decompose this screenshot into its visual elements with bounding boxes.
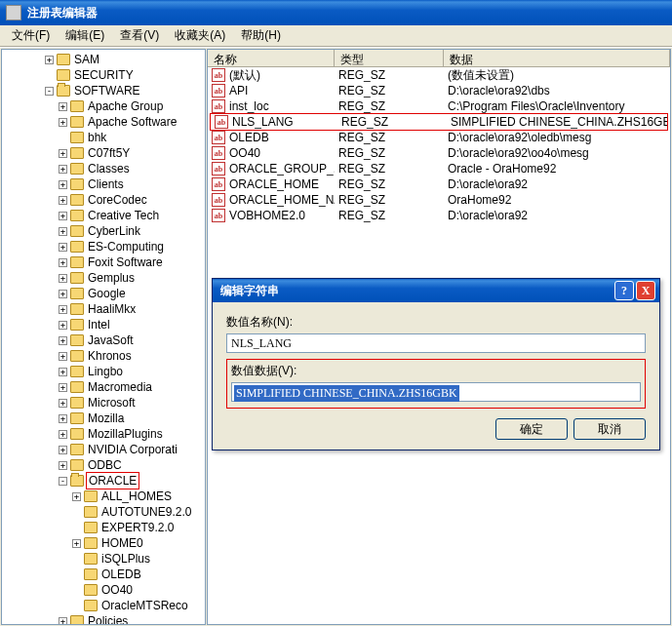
dialog-titlebar[interactable]: 编辑字符串 ? X: [213, 279, 659, 302]
folder-icon: [57, 54, 70, 65]
tree-item[interactable]: +Microsoft: [4, 395, 205, 411]
list-row[interactable]: ab(默认)REG_SZ(数值未设置): [208, 67, 670, 83]
list-pane[interactable]: 名称 类型 数据 ab(默认)REG_SZ(数值未设置)abAPIREG_SZD…: [207, 49, 671, 625]
expand-icon[interactable]: +: [59, 399, 67, 408]
tree-item[interactable]: +ALL_HOMES: [4, 489, 205, 504]
tree-item[interactable]: +Apache Software: [4, 114, 205, 130]
collapse-icon[interactable]: -: [45, 87, 54, 96]
list-row[interactable]: abVOBHOME2.0REG_SZD:\oracle\ora92: [208, 208, 670, 223]
tree-item[interactable]: +Classes: [4, 161, 205, 176]
tree-item[interactable]: +Apache Group: [4, 98, 205, 114]
expand-icon[interactable]: +: [59, 461, 67, 470]
tree-item[interactable]: +Mozilla: [4, 411, 205, 426]
tree-label: ALL_HOMES: [101, 489, 172, 504]
expand-icon[interactable]: +: [59, 102, 67, 111]
expand-icon[interactable]: +: [59, 368, 67, 376]
tree-item[interactable]: +Lingbo: [4, 364, 205, 379]
tree-pane[interactable]: +SAMSECURITY-SOFTWARE+Apache Group+Apach…: [1, 49, 206, 625]
tree-item[interactable]: SECURITY: [4, 67, 205, 83]
tree-item[interactable]: +Khronos: [4, 348, 205, 364]
tree-item[interactable]: +Google: [4, 286, 205, 301]
expand-icon[interactable]: +: [59, 165, 67, 174]
value-name-input[interactable]: [226, 333, 646, 353]
expand-icon[interactable]: +: [59, 227, 67, 236]
expand-icon[interactable]: +: [59, 321, 67, 330]
tree-item[interactable]: +ES-Computing: [4, 239, 205, 254]
tree-item[interactable]: OLEDB: [4, 567, 205, 582]
list-row[interactable]: abORACLE_HOMEREG_SZD:\oracle\ora92: [208, 176, 670, 192]
tree-item[interactable]: +HOME0: [4, 535, 205, 551]
col-data[interactable]: 数据: [444, 50, 670, 66]
expand-icon[interactable]: +: [59, 290, 67, 298]
tree-item[interactable]: +Foxit Software: [4, 254, 205, 270]
expand-icon[interactable]: +: [59, 430, 67, 439]
tree-item[interactable]: +HaaliMkx: [4, 301, 205, 317]
tree-item[interactable]: +MozillaPlugins: [4, 426, 205, 442]
tree-item[interactable]: +SAM: [4, 52, 205, 67]
expand-icon[interactable]: +: [72, 492, 81, 501]
expand-icon[interactable]: +: [59, 118, 67, 127]
menu-view[interactable]: 查看(V): [112, 25, 167, 46]
help-button[interactable]: ?: [614, 281, 634, 300]
tree-item[interactable]: AUTOTUNE9.2.0: [4, 504, 205, 520]
tree-item[interactable]: +Gemplus: [4, 270, 205, 286]
list-row[interactable]: abORACLE_GROUP_...REG_SZOracle - OraHome…: [208, 161, 670, 176]
menu-help[interactable]: 帮助(H): [233, 25, 289, 46]
string-value-icon: ab: [212, 162, 225, 176]
tree-item[interactable]: +Policies: [4, 613, 205, 625]
expand-icon[interactable]: +: [59, 336, 67, 345]
expand-icon[interactable]: +: [59, 446, 67, 454]
tree-item[interactable]: +NVIDIA Corporati: [4, 442, 205, 457]
ok-button[interactable]: 确定: [495, 418, 568, 440]
tree-item[interactable]: OO40: [4, 582, 205, 598]
list-row[interactable]: abinst_locREG_SZC:\Program Files\Oracle\…: [208, 98, 670, 114]
expand-icon[interactable]: +: [59, 274, 67, 283]
expand-icon[interactable]: +: [59, 383, 67, 392]
tree-item[interactable]: iSQLPlus: [4, 551, 205, 567]
tree-item[interactable]: -ORACLE: [4, 473, 205, 489]
tree-item[interactable]: +ODBC: [4, 457, 205, 473]
tree-item[interactable]: +CoreCodec: [4, 192, 205, 208]
list-row[interactable]: abNLS_LANGREG_SZSIMPLIFIED CHINESE_CHINA…: [211, 114, 667, 130]
tree-item[interactable]: +JavaSoft: [4, 333, 205, 348]
expand-icon[interactable]: +: [59, 212, 67, 220]
expand-icon[interactable]: +: [59, 305, 67, 314]
value-data: OraHome92: [444, 193, 670, 207]
value-data-input[interactable]: SIMPLIFIED CHINESE_CHINA.ZHS16GBK: [231, 382, 641, 402]
tree-item[interactable]: +Clients: [4, 176, 205, 192]
tree-item[interactable]: +Creative Tech: [4, 208, 205, 223]
expand-icon[interactable]: +: [59, 180, 67, 189]
tree-item[interactable]: +Intel: [4, 317, 205, 333]
collapse-icon[interactable]: -: [59, 477, 67, 486]
close-button[interactable]: X: [636, 281, 655, 300]
cancel-button[interactable]: 取消: [573, 418, 646, 440]
expand-icon[interactable]: +: [59, 617, 67, 626]
expand-icon[interactable]: +: [59, 196, 67, 205]
expand-icon[interactable]: +: [59, 149, 67, 158]
tree-label: CoreCodec: [88, 192, 147, 208]
col-name[interactable]: 名称: [208, 50, 335, 66]
expand-icon[interactable]: +: [59, 258, 67, 267]
list-row[interactable]: abAPIREG_SZD:\oracle\ora92\dbs: [208, 83, 670, 98]
menu-file[interactable]: 文件(F): [4, 25, 58, 46]
expand-icon[interactable]: +: [45, 56, 54, 64]
tree-item[interactable]: OracleMTSReco: [4, 598, 205, 613]
list-row[interactable]: abOLEDBREG_SZD:\oracle\ora92\oledb\mesg: [208, 130, 670, 145]
tree-label: Intel: [88, 317, 110, 333]
menu-edit[interactable]: 编辑(E): [58, 25, 112, 46]
expand-icon[interactable]: +: [59, 414, 67, 423]
expand-icon[interactable]: +: [72, 539, 81, 548]
tree-item[interactable]: +Macromedia: [4, 379, 205, 395]
string-value-icon: ab: [212, 84, 225, 98]
tree-item[interactable]: -SOFTWARE: [4, 83, 205, 98]
expand-icon[interactable]: +: [59, 243, 67, 252]
tree-item[interactable]: EXPERT9.2.0: [4, 520, 205, 535]
menu-fav[interactable]: 收藏夹(A): [167, 25, 233, 46]
list-row[interactable]: abORACLE_HOME_NAMEREG_SZOraHome92: [208, 192, 670, 208]
list-row[interactable]: abOO40REG_SZD:\oracle\ora92\oo4o\mesg: [208, 145, 670, 161]
expand-icon[interactable]: +: [59, 352, 67, 361]
tree-item[interactable]: +CyberLink: [4, 223, 205, 239]
tree-item[interactable]: bhk: [4, 130, 205, 145]
col-type[interactable]: 类型: [335, 50, 444, 66]
tree-item[interactable]: +C07ft5Y: [4, 145, 205, 161]
